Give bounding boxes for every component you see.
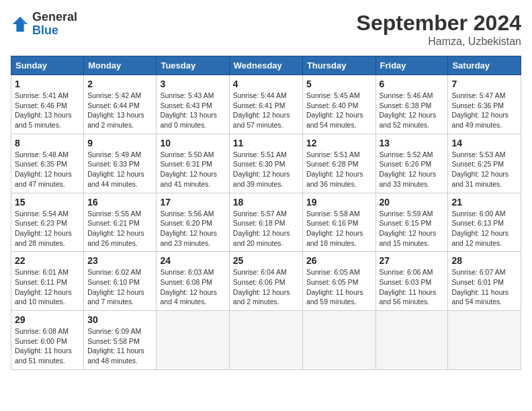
day-info: Sunrise: 5:55 AM Sunset: 6:21 PM Dayligh… <box>87 209 152 248</box>
day-info: Sunrise: 6:04 AM Sunset: 6:06 PM Dayligh… <box>233 267 299 307</box>
day-info: Sunrise: 6:07 AM Sunset: 6:01 PM Dayligh… <box>451 267 517 307</box>
calendar-cell <box>229 311 302 370</box>
day-number: 16 <box>87 197 152 208</box>
header-monday: Monday <box>84 56 157 75</box>
calendar-cell <box>157 311 229 370</box>
calendar-cell <box>375 311 448 370</box>
calendar-cell: 17 Sunrise: 5:56 AM Sunset: 6:20 PM Dayl… <box>157 193 229 252</box>
header-saturday: Saturday <box>448 56 521 75</box>
day-number: 12 <box>306 138 372 148</box>
day-info: Sunrise: 5:50 AM Sunset: 6:31 PM Dayligh… <box>160 150 225 189</box>
calendar-cell: 26 Sunrise: 6:05 AM Sunset: 6:05 PM Dayl… <box>302 252 375 311</box>
calendar-cell: 20 Sunrise: 5:59 AM Sunset: 6:15 PM Dayl… <box>375 193 448 252</box>
day-number: 10 <box>160 138 225 148</box>
day-number: 8 <box>15 138 80 148</box>
calendar-cell <box>302 311 375 370</box>
calendar-week-2: 8 Sunrise: 5:48 AM Sunset: 6:35 PM Dayli… <box>11 134 521 193</box>
calendar-cell: 15 Sunrise: 5:54 AM Sunset: 6:23 PM Dayl… <box>11 193 84 252</box>
calendar-cell: 9 Sunrise: 5:49 AM Sunset: 6:33 PM Dayli… <box>84 134 157 193</box>
calendar-cell: 7 Sunrise: 5:47 AM Sunset: 6:36 PM Dayli… <box>448 75 521 134</box>
day-info: Sunrise: 5:49 AM Sunset: 6:33 PM Dayligh… <box>87 150 152 189</box>
day-number: 7 <box>451 79 517 89</box>
header-sunday: Sunday <box>11 56 84 75</box>
calendar-cell: 12 Sunrise: 5:51 AM Sunset: 6:28 PM Dayl… <box>302 134 375 193</box>
calendar-table: SundayMondayTuesdayWednesdayThursdayFrid… <box>11 56 521 370</box>
day-info: Sunrise: 6:08 AM Sunset: 6:00 PM Dayligh… <box>15 326 80 366</box>
day-number: 14 <box>451 138 517 148</box>
header-thursday: Thursday <box>302 56 375 75</box>
calendar-cell: 8 Sunrise: 5:48 AM Sunset: 6:35 PM Dayli… <box>11 134 84 193</box>
calendar-cell: 27 Sunrise: 6:06 AM Sunset: 6:03 PM Dayl… <box>375 252 448 311</box>
header-tuesday: Tuesday <box>157 56 229 75</box>
day-info: Sunrise: 5:48 AM Sunset: 6:35 PM Dayligh… <box>15 150 80 189</box>
calendar-cell: 13 Sunrise: 5:52 AM Sunset: 6:26 PM Dayl… <box>375 134 448 193</box>
day-number: 17 <box>160 197 225 208</box>
calendar-cell: 18 Sunrise: 5:57 AM Sunset: 6:18 PM Dayl… <box>229 193 302 252</box>
day-number: 23 <box>87 255 152 266</box>
day-info: Sunrise: 5:58 AM Sunset: 6:16 PM Dayligh… <box>306 209 372 248</box>
day-number: 6 <box>380 79 445 89</box>
day-info: Sunrise: 5:44 AM Sunset: 6:41 PM Dayligh… <box>233 91 299 130</box>
day-number: 18 <box>233 197 299 208</box>
day-info: Sunrise: 5:46 AM Sunset: 6:38 PM Dayligh… <box>380 91 445 130</box>
calendar-cell: 19 Sunrise: 5:58 AM Sunset: 6:16 PM Dayl… <box>302 193 375 252</box>
logo-general-text: General <box>32 10 77 24</box>
day-number: 4 <box>233 79 299 89</box>
day-number: 2 <box>87 79 152 89</box>
calendar-cell: 3 Sunrise: 5:43 AM Sunset: 6:43 PM Dayli… <box>157 75 229 134</box>
day-number: 29 <box>15 314 80 325</box>
calendar-cell: 21 Sunrise: 6:00 AM Sunset: 6:13 PM Dayl… <box>448 193 521 252</box>
month-title: September 2024 <box>357 11 521 36</box>
day-number: 21 <box>451 197 517 208</box>
day-number: 3 <box>160 79 225 89</box>
day-info: Sunrise: 6:05 AM Sunset: 6:05 PM Dayligh… <box>306 267 372 307</box>
day-number: 11 <box>233 138 299 148</box>
logo-blue-text: Blue <box>32 24 58 37</box>
day-number: 5 <box>306 79 372 89</box>
day-info: Sunrise: 6:00 AM Sunset: 6:13 PM Dayligh… <box>451 209 517 248</box>
day-info: Sunrise: 6:02 AM Sunset: 6:10 PM Dayligh… <box>87 267 152 307</box>
calendar-week-5: 29 Sunrise: 6:08 AM Sunset: 6:00 PM Dayl… <box>11 311 521 370</box>
day-number: 9 <box>87 138 152 148</box>
day-info: Sunrise: 5:53 AM Sunset: 6:25 PM Dayligh… <box>451 150 517 189</box>
day-info: Sunrise: 5:41 AM Sunset: 6:46 PM Dayligh… <box>15 91 80 130</box>
logo-text: General Blue <box>32 11 77 38</box>
day-number: 22 <box>15 255 80 266</box>
calendar-week-3: 15 Sunrise: 5:54 AM Sunset: 6:23 PM Dayl… <box>11 193 521 252</box>
day-info: Sunrise: 6:03 AM Sunset: 6:08 PM Dayligh… <box>160 267 225 307</box>
calendar-week-4: 22 Sunrise: 6:01 AM Sunset: 6:11 PM Dayl… <box>11 252 521 311</box>
day-info: Sunrise: 6:09 AM Sunset: 5:58 PM Dayligh… <box>87 326 152 366</box>
calendar-cell: 2 Sunrise: 5:42 AM Sunset: 6:44 PM Dayli… <box>84 75 157 134</box>
day-info: Sunrise: 6:06 AM Sunset: 6:03 PM Dayligh… <box>380 267 445 307</box>
calendar-cell: 16 Sunrise: 5:55 AM Sunset: 6:21 PM Dayl… <box>84 193 157 252</box>
calendar-cell: 14 Sunrise: 5:53 AM Sunset: 6:25 PM Dayl… <box>448 134 521 193</box>
day-info: Sunrise: 5:51 AM Sunset: 6:28 PM Dayligh… <box>306 150 372 189</box>
day-info: Sunrise: 5:45 AM Sunset: 6:40 PM Dayligh… <box>306 91 372 130</box>
title-area: September 2024 Hamza, Uzbekistan <box>357 11 521 48</box>
calendar-cell: 5 Sunrise: 5:45 AM Sunset: 6:40 PM Dayli… <box>302 75 375 134</box>
calendar-cell: 10 Sunrise: 5:50 AM Sunset: 6:31 PM Dayl… <box>157 134 229 193</box>
day-info: Sunrise: 5:59 AM Sunset: 6:15 PM Dayligh… <box>380 209 445 248</box>
day-number: 30 <box>87 314 152 325</box>
calendar-header-row: SundayMondayTuesdayWednesdayThursdayFrid… <box>11 56 521 75</box>
day-info: Sunrise: 5:42 AM Sunset: 6:44 PM Dayligh… <box>87 91 152 130</box>
day-number: 1 <box>15 79 80 89</box>
header-wednesday: Wednesday <box>229 56 302 75</box>
calendar-cell: 22 Sunrise: 6:01 AM Sunset: 6:11 PM Dayl… <box>11 252 84 311</box>
day-info: Sunrise: 5:54 AM Sunset: 6:23 PM Dayligh… <box>15 209 80 248</box>
calendar-cell: 4 Sunrise: 5:44 AM Sunset: 6:41 PM Dayli… <box>229 75 302 134</box>
calendar-week-1: 1 Sunrise: 5:41 AM Sunset: 6:46 PM Dayli… <box>11 75 521 134</box>
day-number: 15 <box>15 197 80 208</box>
calendar-cell: 1 Sunrise: 5:41 AM Sunset: 6:46 PM Dayli… <box>11 75 84 134</box>
day-number: 20 <box>380 197 445 208</box>
calendar-cell: 30 Sunrise: 6:09 AM Sunset: 5:58 PM Dayl… <box>84 311 157 370</box>
calendar-cell: 29 Sunrise: 6:08 AM Sunset: 6:00 PM Dayl… <box>11 311 84 370</box>
day-info: Sunrise: 5:43 AM Sunset: 6:43 PM Dayligh… <box>160 91 225 130</box>
day-number: 13 <box>380 138 445 148</box>
calendar-cell: 6 Sunrise: 5:46 AM Sunset: 6:38 PM Dayli… <box>375 75 448 134</box>
calendar-cell: 28 Sunrise: 6:07 AM Sunset: 6:01 PM Dayl… <box>448 252 521 311</box>
day-number: 19 <box>306 197 372 208</box>
day-number: 28 <box>451 255 517 266</box>
day-info: Sunrise: 5:47 AM Sunset: 6:36 PM Dayligh… <box>451 91 517 130</box>
calendar-cell: 11 Sunrise: 5:51 AM Sunset: 6:30 PM Dayl… <box>229 134 302 193</box>
